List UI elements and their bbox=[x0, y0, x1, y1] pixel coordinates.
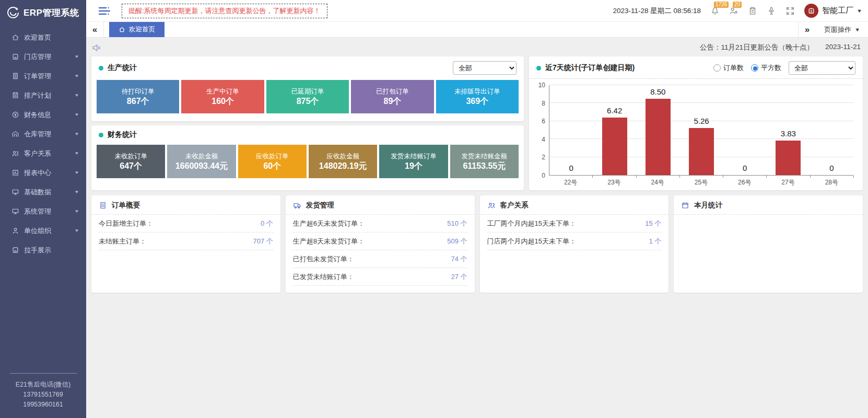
summary-row[interactable]: 已发货未结账订单：27 个 bbox=[293, 268, 467, 286]
chevron-down-icon: ▼ bbox=[74, 93, 79, 98]
tab-welcome-home[interactable]: 欢迎首页 bbox=[109, 22, 165, 37]
chart-controls: 订单数 平方数 全部 bbox=[713, 61, 855, 75]
panel-header: 客户关系 bbox=[480, 195, 669, 215]
chart-filter-select[interactable]: 全部 bbox=[789, 61, 855, 75]
document-icon bbox=[11, 72, 19, 80]
summary-row[interactable]: 工厂两个月内超15天未下单：15 个 bbox=[487, 215, 662, 233]
chevron-down-icon: ▼ bbox=[857, 8, 862, 14]
calendar-icon bbox=[681, 201, 689, 210]
system-notice[interactable]: 提醒:系统每周定期更新，请注意查阅更新公告，了解更新内容！ bbox=[122, 4, 327, 18]
stat-card-label: 未收款订单 bbox=[114, 152, 147, 161]
stat-card[interactable]: 待打印订单867个 bbox=[97, 80, 179, 113]
panel-header: 订单概要 bbox=[91, 195, 280, 215]
stat-card-value: 369个 bbox=[466, 96, 488, 107]
handshake-icon bbox=[11, 246, 19, 254]
x-axis-tick bbox=[766, 176, 767, 178]
stat-card[interactable]: 未收款订单647个 bbox=[97, 145, 165, 178]
summary-row[interactable]: 已打包未发货订单：74 个 bbox=[293, 250, 467, 268]
bar[interactable] bbox=[646, 99, 671, 175]
bar[interactable] bbox=[776, 141, 801, 175]
summary-row[interactable]: 门店两个月内超15天未下单：1 个 bbox=[487, 233, 662, 250]
summary-row[interactable]: 今日新增主订单：0 个 bbox=[99, 215, 273, 233]
production-filter-select[interactable]: 全部 bbox=[453, 61, 517, 75]
y-tick-label: 0 bbox=[542, 172, 545, 179]
tabs-scroll-left-button[interactable]: « bbox=[86, 22, 104, 37]
stat-card[interactable]: 已打包订单89个 bbox=[351, 80, 433, 113]
page-operations-menu[interactable]: 页面操作 ▼ bbox=[816, 22, 868, 37]
chevron-down-icon: ▼ bbox=[74, 74, 79, 78]
home-icon bbox=[11, 33, 19, 41]
user-menu[interactable]: 智能工厂 ▼ bbox=[804, 4, 862, 18]
sidebar-item-lashou[interactable]: 拉手展示 bbox=[0, 240, 86, 260]
summary-row[interactable]: 生产超6天未发货订单：510 个 bbox=[293, 215, 467, 233]
sidebar-item-label: 客户关系 bbox=[24, 149, 75, 158]
bar-slot: 6.42 bbox=[593, 85, 636, 175]
announcement-row: 公告：11月21日更新公告（晚十点） 2023-11-21 bbox=[91, 41, 863, 54]
bar[interactable] bbox=[689, 128, 714, 175]
y-tick-label: 2 bbox=[542, 154, 545, 161]
shipping-panel: 发货管理生产超6天未发货订单：510 个生产超8天未发货订单：509 个已打包未… bbox=[286, 195, 475, 293]
bar-slot: 8.50 bbox=[636, 85, 679, 175]
summary-row[interactable]: 生产超8天未发货订单：509 个 bbox=[293, 233, 467, 250]
sidebar-item-system[interactable]: 系统管理▼ bbox=[0, 202, 86, 221]
announcement-date: 2023-11-21 bbox=[825, 43, 861, 52]
store-icon bbox=[11, 53, 19, 61]
sidebar-item-org[interactable]: 单位组织▼ bbox=[0, 221, 86, 240]
stat-card[interactable]: 生产中订单160个 bbox=[181, 80, 264, 113]
stat-card[interactable]: 应收款金额148029.19元 bbox=[309, 145, 377, 178]
sidebar-item-store[interactable]: 门店管理▼ bbox=[0, 47, 86, 66]
sidebar-item-warehouse[interactable]: 仓库管理▼ bbox=[0, 124, 86, 144]
radio-order-count[interactable]: 订单数 bbox=[713, 63, 744, 73]
sidebar-item-customer[interactable]: 客户关系▼ bbox=[0, 144, 86, 163]
finance-stats-panel: 财务统计 未收款订单647个未收款金额1660093.44元应收款订单60个应收… bbox=[91, 125, 524, 190]
bar-value-label: 3.83 bbox=[767, 129, 810, 138]
stats-column: 生产统计 全部 待打印订单867个生产中订单160个已延期订单875个已打包订单… bbox=[91, 56, 524, 190]
panel-header: 本月统计 bbox=[674, 195, 863, 215]
stat-card[interactable]: 应收款订单60个 bbox=[238, 145, 307, 178]
y-tick-label: 4 bbox=[542, 136, 545, 143]
stat-card[interactable]: 已延期订单875个 bbox=[266, 80, 349, 113]
panel-header: 发货管理 bbox=[286, 195, 475, 215]
clipboard-icon[interactable] bbox=[748, 6, 757, 16]
production-stats-title: 生产统计 bbox=[108, 63, 137, 73]
stat-card[interactable]: 未收款金额1660093.44元 bbox=[167, 145, 236, 178]
stat-card-value: 1660093.44元 bbox=[175, 161, 228, 171]
bar-slot: 0 bbox=[810, 85, 853, 175]
stat-card-value: 647个 bbox=[120, 161, 142, 171]
sidebar-item-label: 单位组织 bbox=[24, 226, 75, 236]
panel-title: 本月统计 bbox=[694, 201, 722, 210]
finance-icon bbox=[11, 111, 19, 119]
radio-square-count[interactable]: 平方数 bbox=[751, 63, 781, 73]
sidebar-item-report[interactable]: 报表中心▼ bbox=[0, 163, 86, 182]
sidebar-item-label: 排产计划 bbox=[24, 91, 75, 100]
summary-row[interactable]: 未结账主订单：707 个 bbox=[99, 233, 273, 250]
sidebar-item-basedata[interactable]: 基础数据▼ bbox=[0, 182, 86, 202]
bar[interactable] bbox=[602, 118, 627, 175]
warehouse-icon bbox=[11, 130, 19, 138]
stat-card[interactable]: 未排版导出订单369个 bbox=[436, 80, 519, 113]
report-icon bbox=[11, 169, 19, 177]
logo-icon bbox=[6, 6, 20, 19]
x-tick-label: 26号 bbox=[723, 176, 766, 187]
customers-icon bbox=[487, 201, 496, 210]
announcement[interactable]: 公告：11月21日更新公告（晚十点） 2023-11-21 bbox=[700, 43, 863, 52]
sidebar-item-welcome[interactable]: 欢迎首页 bbox=[0, 28, 86, 47]
tab-label: 欢迎首页 bbox=[129, 25, 155, 34]
mic-icon[interactable] bbox=[767, 6, 776, 16]
stat-card[interactable]: 发货未结账金额61153.55元 bbox=[450, 145, 519, 178]
summary-row-label: 生产超6天未发货订单： bbox=[293, 219, 365, 228]
chart-header: 近7天统计(子订单创建日期) 订单数 平方数 全部 bbox=[529, 56, 863, 79]
x-tick-label: 24号 bbox=[636, 176, 679, 187]
bar-slot: 5.26 bbox=[679, 85, 723, 175]
tabs-scroll-right-button[interactable]: » bbox=[798, 22, 816, 37]
user-add-icon[interactable]: 20 bbox=[729, 6, 738, 16]
sidebar-item-schedule[interactable]: 排产计划▼ bbox=[0, 86, 86, 105]
sidebar-item-order[interactable]: 订单管理▼ bbox=[0, 66, 86, 86]
menu-toggle-icon[interactable] bbox=[99, 6, 110, 16]
speaker-mute-icon[interactable] bbox=[91, 43, 101, 53]
stat-card[interactable]: 发货未结账订单19个 bbox=[379, 145, 448, 178]
tabbar-spacer bbox=[165, 22, 798, 37]
bell-icon[interactable]: 1726 bbox=[710, 6, 720, 16]
fullscreen-icon[interactable] bbox=[785, 6, 795, 16]
sidebar-item-finance[interactable]: 财务信息▼ bbox=[0, 105, 86, 124]
